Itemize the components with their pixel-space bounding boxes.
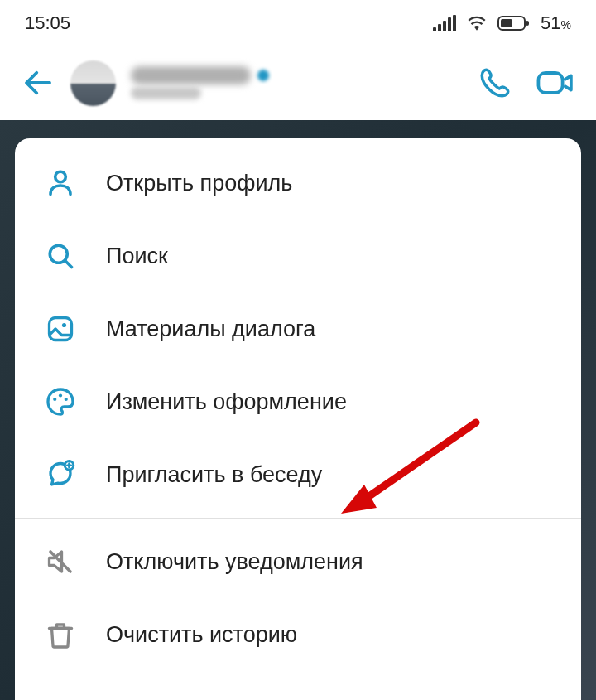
- menu-label: Отключить уведомления: [106, 549, 363, 575]
- chat-header: [0, 46, 596, 120]
- menu-item-mute[interactable]: Отключить уведомления: [15, 525, 581, 598]
- menu-item-search[interactable]: Поиск: [15, 220, 581, 292]
- palette-icon: [44, 385, 77, 418]
- menu-label: Изменить оформление: [106, 389, 347, 415]
- svg-point-8: [53, 398, 56, 401]
- menu-item-clear-history[interactable]: Очистить историю: [15, 598, 581, 671]
- user-status-blurred: [131, 87, 201, 99]
- svg-point-7: [62, 323, 66, 327]
- svg-rect-3: [538, 73, 562, 93]
- signal-icon: [433, 15, 456, 31]
- menu-label: Материалы диалога: [106, 316, 315, 342]
- back-arrow-icon[interactable]: [21, 65, 55, 100]
- menu-label: Открыть профиль: [106, 171, 292, 196]
- svg-point-10: [65, 398, 68, 401]
- status-bar: 15:05 51%: [0, 0, 596, 46]
- search-icon: [44, 239, 77, 273]
- invite-icon: [44, 458, 77, 491]
- menu-divider: [15, 518, 581, 519]
- verified-icon: [257, 70, 269, 81]
- svg-point-9: [59, 393, 62, 397]
- status-indicators: 51%: [433, 12, 571, 34]
- battery-percent: 51%: [541, 12, 571, 34]
- context-menu: Открыть профиль Поиск Материалы диалога: [15, 138, 581, 700]
- menu-item-change-theme[interactable]: Изменить оформление: [15, 365, 581, 438]
- svg-rect-6: [50, 318, 72, 340]
- media-icon: [44, 312, 77, 345]
- menu-item-invite[interactable]: Пригласить в беседу: [15, 438, 581, 511]
- user-name-blurred: [131, 66, 251, 84]
- user-info[interactable]: [131, 66, 463, 99]
- call-icon[interactable]: [478, 65, 512, 100]
- svg-rect-2: [526, 21, 529, 26]
- svg-rect-1: [501, 19, 512, 27]
- menu-item-media[interactable]: Материалы диалога: [15, 292, 581, 365]
- backdrop: Открыть профиль Поиск Материалы диалога: [0, 120, 596, 700]
- status-time: 15:05: [25, 12, 70, 34]
- trash-icon: [44, 618, 77, 651]
- battery-icon: [497, 14, 531, 32]
- menu-label: Пригласить в беседу: [106, 462, 322, 488]
- menu-label: Очистить историю: [106, 622, 297, 648]
- mute-icon: [44, 545, 77, 578]
- person-icon: [44, 167, 77, 200]
- wifi-icon: [466, 14, 488, 32]
- svg-point-4: [55, 171, 66, 182]
- video-icon[interactable]: [536, 65, 575, 100]
- menu-label: Поиск: [106, 244, 168, 269]
- menu-item-open-profile[interactable]: Открыть профиль: [15, 147, 581, 220]
- avatar[interactable]: [70, 60, 116, 106]
